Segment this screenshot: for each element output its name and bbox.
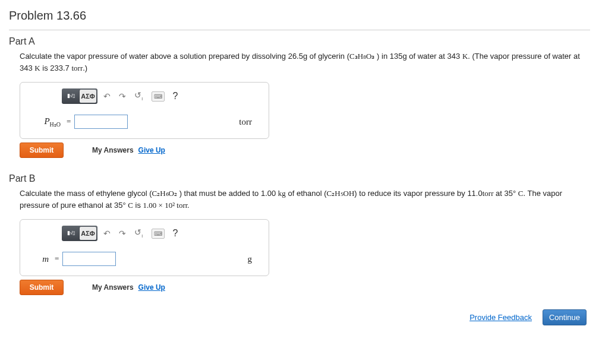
text: .) bbox=[83, 64, 87, 72]
tool-group: ▮√▯ ΑΣΦ bbox=[62, 88, 97, 104]
provide-feedback-link[interactable]: Provide Feedback bbox=[469, 313, 532, 322]
greek-symbols-button[interactable]: ΑΣΦ bbox=[80, 227, 96, 240]
templates-icon[interactable]: ▮√▯ bbox=[63, 227, 80, 240]
text: is 233.7 bbox=[40, 64, 72, 72]
var-p: P bbox=[44, 116, 49, 126]
part-a-title: Part A bbox=[9, 36, 590, 47]
text: ) in 135g of water at 343 bbox=[374, 52, 462, 61]
tool-group: ▮√▯ ΑΣΦ bbox=[62, 226, 97, 241]
part-a-body: Calculate the vapor pressure of water ab… bbox=[9, 50, 590, 158]
free-tools: ↶ ↷ ↺ı ⌨ ? bbox=[103, 226, 178, 240]
part-a-my-answers: My Answers bbox=[92, 145, 134, 156]
keyboard-icon[interactable]: ⌨ bbox=[152, 229, 165, 239]
part-a-text: Calculate the vapor pressure of water ab… bbox=[20, 52, 580, 72]
templates-icon[interactable]: ▮√▯ bbox=[63, 90, 80, 103]
formula-glycol: C₂H₆O₂ bbox=[152, 189, 177, 198]
part-b-answer-box: ▮√▯ ΑΣΦ ↶ ↷ ↺ı ⌨ ? m = g bbox=[20, 219, 269, 276]
undo-icon[interactable]: ↶ bbox=[103, 227, 111, 240]
part-b-text: Calculate the mass of ethylene glycol (C… bbox=[20, 189, 562, 210]
text: Calculate the vapor pressure of water ab… bbox=[20, 52, 349, 61]
text: torr. bbox=[175, 201, 190, 210]
text: is bbox=[133, 201, 143, 210]
part-b-answer-input[interactable] bbox=[62, 252, 116, 266]
equals-sign: = bbox=[67, 116, 71, 128]
free-tools: ↶ ↷ ↺ı ⌨ ? bbox=[103, 89, 178, 103]
greek-symbols-button[interactable]: ΑΣΦ bbox=[80, 90, 96, 103]
part-b-submit-row: Submit My Answers Give Up bbox=[20, 280, 590, 295]
unit-c: C bbox=[128, 201, 133, 210]
part-a-input-row: PH₂O = torr bbox=[26, 111, 263, 132]
text: ) that must be added to 1.00 bbox=[177, 189, 278, 198]
problem-title: Problem 13.66 bbox=[9, 6, 590, 29]
unit-k: K bbox=[34, 64, 40, 72]
separator bbox=[9, 30, 590, 30]
equals-sign: = bbox=[55, 253, 59, 265]
footer-row: Provide Feedback Continue bbox=[9, 309, 590, 325]
help-icon[interactable]: ? bbox=[173, 89, 178, 103]
unit-k: K bbox=[462, 52, 468, 61]
unit-torr: torr bbox=[483, 189, 494, 198]
part-a-answer-box: ▮√▯ ΑΣΦ ↶ ↷ ↺ı ⌨ ? PH₂O = torr bbox=[20, 82, 269, 139]
part-b-toolbar: ▮√▯ ΑΣΦ ↶ ↷ ↺ı ⌨ ? bbox=[62, 226, 263, 241]
text: of ethanol ( bbox=[286, 189, 327, 198]
reset-icon[interactable]: ↺ı bbox=[134, 226, 143, 240]
part-b-unit: g bbox=[248, 252, 257, 266]
part-a-toolbar: ▮√▯ ΑΣΦ ↶ ↷ ↺ı ⌨ ? bbox=[62, 88, 263, 104]
part-a-submit-button[interactable]: Submit bbox=[20, 143, 64, 158]
unit-torr: torr bbox=[71, 64, 83, 72]
keyboard-icon[interactable]: ⌨ bbox=[152, 91, 165, 102]
part-a-variable-label: PH₂O bbox=[32, 115, 61, 129]
part-b-give-up-link[interactable]: Give Up bbox=[138, 282, 165, 293]
part-a-unit: torr bbox=[239, 115, 257, 129]
text: at 35° bbox=[493, 189, 518, 198]
part-a-answer-input[interactable] bbox=[74, 115, 128, 129]
var-sub-h2o: H₂O bbox=[50, 121, 61, 128]
formula-ethanol: C₂H₅OH bbox=[327, 189, 355, 198]
part-b-input-row: m = g bbox=[26, 248, 263, 270]
part-a-submit-row: Submit My Answers Give Up bbox=[20, 143, 590, 158]
part-b-body: Calculate the mass of ethylene glycol (C… bbox=[9, 188, 590, 295]
text: Calculate the mass of ethylene glycol ( bbox=[20, 189, 152, 198]
unit-c: C bbox=[518, 189, 524, 198]
part-b-variable-label: m bbox=[32, 252, 49, 266]
redo-icon[interactable]: ↷ bbox=[119, 90, 126, 103]
unit-kg: kg bbox=[278, 189, 286, 198]
reset-icon[interactable]: ↺ı bbox=[134, 89, 143, 103]
help-icon[interactable]: ? bbox=[173, 226, 178, 240]
formula-glycerin: C₃H₈O₃ bbox=[349, 52, 374, 61]
part-a-give-up-link[interactable]: Give Up bbox=[138, 145, 165, 156]
part-b-my-answers: My Answers bbox=[92, 282, 134, 293]
sci-value: 1.00 × 10² bbox=[143, 201, 175, 210]
undo-icon[interactable]: ↶ bbox=[103, 90, 111, 103]
continue-button[interactable]: Continue bbox=[543, 309, 587, 325]
part-b-submit-button[interactable]: Submit bbox=[20, 280, 64, 295]
redo-icon[interactable]: ↷ bbox=[119, 227, 126, 240]
part-b-title: Part B bbox=[9, 173, 590, 184]
text: ) to reduce its vapor pressure by 11.0 bbox=[354, 189, 482, 198]
